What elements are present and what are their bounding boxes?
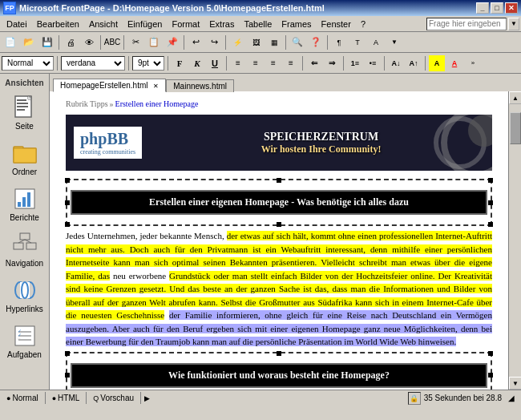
heading2-box[interactable]: Wie funktioniert und woraus besteht eine… [66, 352, 492, 390]
editor-outer: Rubrik Tipps » Erstellen einer Homepage … [50, 91, 521, 390]
status-preview[interactable]: Q Vorschau [87, 392, 141, 404]
editor-scroll[interactable]: Rubrik Tipps » Erstellen einer Homepage … [50, 91, 508, 390]
maximize-button[interactable]: □ [491, 2, 503, 14]
status-html[interactable]: ● HTML [46, 392, 87, 404]
extra1-btn[interactable]: ¶ [330, 34, 348, 51]
tab-close-0[interactable]: ✕ [153, 83, 159, 90]
menu-fenster[interactable]: Fenster [317, 18, 356, 30]
search-arrow[interactable]: ▼ [508, 18, 519, 30]
copy-button[interactable]: 📋 [145, 34, 163, 51]
heading1-box[interactable]: Erstellen einer eigenen Homepage - Was b… [66, 179, 492, 226]
sep1 [59, 35, 59, 50]
menu-datei[interactable]: Datei [2, 18, 32, 30]
bullets-button[interactable]: •≡ [365, 55, 381, 71]
align-right-button[interactable]: ≡ [265, 55, 281, 71]
close-button[interactable]: ✕ [505, 2, 518, 14]
menu-ansicht[interactable]: Ansicht [84, 18, 123, 30]
menu-einfuegen[interactable]: Einfügen [123, 18, 167, 30]
zoom-btn[interactable]: 🔍 [289, 34, 306, 51]
menu-help[interactable]: ? [356, 18, 370, 30]
decrease-text[interactable]: A↓ [388, 55, 404, 71]
redo-button[interactable]: ↪ [205, 34, 223, 51]
breadcrumb-separator: » [110, 99, 114, 108]
tab-homepage[interactable]: HomepageErstellen.html ✕ [53, 79, 166, 92]
paste-button[interactable]: 📌 [164, 34, 181, 51]
sidebar-item-navigation[interactable]: Navigation [2, 228, 47, 272]
sidebar-item-aufgaben[interactable]: ✓ ✓ ○ Aufgaben [2, 319, 47, 363]
new-button[interactable]: 📄 [2, 34, 19, 51]
banner-decoration [412, 115, 492, 171]
handle-tc[interactable] [277, 178, 281, 183]
italic-button[interactable]: K [189, 55, 205, 71]
open-button[interactable]: 📂 [20, 34, 38, 51]
sep3 [123, 35, 124, 50]
handle2-mr[interactable] [488, 373, 493, 378]
window-controls[interactable]: _ □ ✕ [476, 2, 518, 14]
increase-text[interactable]: A↑ [406, 55, 422, 71]
handle-tl[interactable] [65, 178, 70, 183]
seite-label: Seite [15, 122, 34, 131]
preview-button[interactable]: 👁 [80, 34, 98, 51]
dropdown-arrow[interactable]: ▼ [386, 34, 403, 51]
extra3-btn[interactable]: A [367, 34, 385, 51]
align-justify-button[interactable]: ≡ [283, 55, 299, 71]
banner: phpBB creating communities SPEICHERZENTR… [66, 115, 492, 171]
cut-button[interactable]: ✂ [127, 34, 144, 51]
sidebar-item-berichte[interactable]: Berichte [2, 182, 47, 226]
handle-mr[interactable] [488, 200, 493, 205]
sidebar-item-hyperlinks[interactable]: Hyperlinks [2, 273, 47, 317]
img-btn[interactable]: 🖼 [247, 34, 265, 51]
status-left: ● Normal ● HTML Q Vorschau ▶ [0, 392, 153, 404]
tab-mainnews[interactable]: Mainnews.html [166, 79, 234, 92]
search-input[interactable] [426, 18, 507, 30]
handle2-tl[interactable] [65, 351, 70, 356]
undo-button[interactable]: ↩ [187, 34, 204, 51]
save-button[interactable]: 💾 [38, 34, 56, 51]
scroll-track[interactable] [509, 104, 521, 377]
indent-button[interactable]: ⇒ [324, 55, 340, 71]
underline-button[interactable]: U [207, 55, 223, 71]
sidebar-item-seite[interactable]: Seite [2, 91, 47, 135]
scroll-up-arrow[interactable]: ▲ [509, 91, 521, 104]
align-center-button[interactable]: ≡ [248, 55, 264, 71]
extra2-btn[interactable]: T [349, 34, 366, 51]
style-selector[interactable]: Normal [2, 56, 54, 71]
font-selector[interactable]: verdana [61, 56, 125, 71]
spell-button[interactable]: ABC [103, 34, 121, 51]
vertical-scrollbar[interactable]: ▲ ▼ [508, 91, 521, 390]
svg-rect-14 [20, 233, 30, 240]
menu-frames[interactable]: Frames [277, 18, 316, 30]
handle-tr[interactable] [488, 178, 493, 183]
component-btn[interactable]: ⚡ [228, 34, 246, 51]
numbering-button[interactable]: 1≡ [347, 55, 363, 71]
more-btn[interactable]: » [464, 55, 482, 72]
scroll-thumb[interactable] [510, 112, 521, 144]
font-color-button[interactable]: A [446, 55, 462, 71]
print-button[interactable]: 🖨 [62, 34, 79, 51]
size-selector[interactable]: 9pt [132, 56, 164, 71]
bold-button[interactable]: F [172, 55, 188, 71]
handle-ml[interactable] [65, 200, 70, 205]
highlight-button[interactable]: A [429, 55, 445, 71]
menu-bearbeiten[interactable]: Bearbeiten [32, 18, 84, 30]
sidebar-item-ordner[interactable]: Ordner [2, 136, 47, 180]
outdent-button[interactable]: ⇐ [306, 55, 322, 71]
banner-logo: phpBB creating communities [74, 127, 142, 159]
menu-format[interactable]: Format [167, 18, 204, 30]
align-left-button[interactable]: ≡ [230, 55, 246, 71]
table-btn[interactable]: ▦ [265, 34, 283, 51]
help-btn[interactable]: ❓ [307, 34, 325, 51]
breadcrumb-link[interactable]: Erstellen einer Homepage [115, 99, 199, 108]
resize-handle[interactable]: ◢ [505, 392, 518, 405]
minimize-button[interactable]: _ [476, 2, 489, 14]
handle-bl[interactable] [65, 222, 70, 227]
handle-bc[interactable] [277, 222, 281, 227]
handle2-tr[interactable] [488, 351, 493, 356]
handle2-ml[interactable] [65, 373, 70, 378]
status-normal[interactable]: ● Normal [0, 392, 46, 404]
scroll-down-arrow[interactable]: ▼ [509, 377, 521, 390]
handle2-tc[interactable] [277, 351, 281, 356]
menu-extras[interactable]: Extras [204, 18, 239, 30]
menu-tabelle[interactable]: Tabelle [239, 18, 277, 30]
handle-br[interactable] [488, 222, 493, 227]
